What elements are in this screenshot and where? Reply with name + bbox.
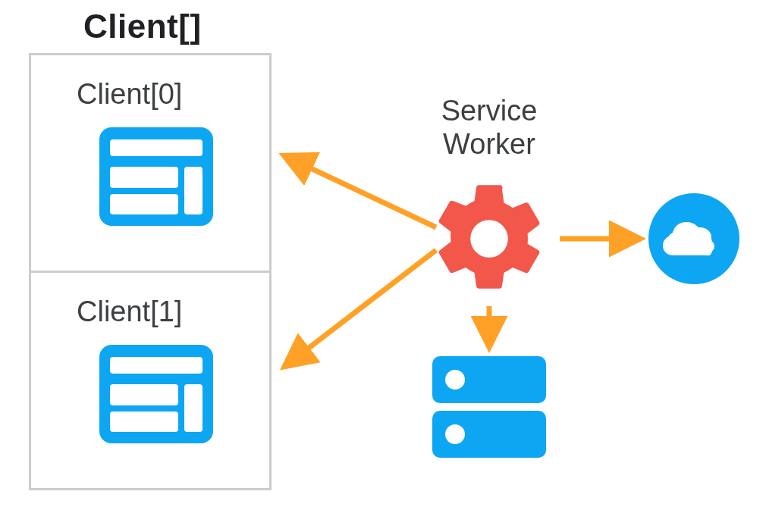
service-worker-label: Service Worker xyxy=(421,95,557,161)
svg-rect-4 xyxy=(110,194,178,214)
svg-rect-2 xyxy=(110,167,178,188)
server-icon xyxy=(432,356,546,462)
client1-label: Client[1] xyxy=(77,296,182,328)
arrow-sw-to-client1 xyxy=(288,250,436,364)
browser-icon xyxy=(99,127,213,226)
client0-label: Client[0] xyxy=(77,78,182,111)
diagram-stage: Client[] Client[0] Client[1] xyxy=(0,0,766,532)
svg-rect-7 xyxy=(110,384,178,405)
arrow-sw-to-client0 xyxy=(288,158,436,227)
svg-rect-6 xyxy=(110,357,202,374)
gear-icon xyxy=(425,174,554,303)
sw-label-line1: Service xyxy=(441,95,538,127)
svg-point-14 xyxy=(445,424,465,444)
svg-rect-3 xyxy=(184,167,202,214)
svg-rect-1 xyxy=(110,139,202,156)
cloud-icon xyxy=(648,193,739,284)
svg-rect-9 xyxy=(110,412,178,432)
client1-box: Client[1] xyxy=(29,271,272,490)
svg-rect-19 xyxy=(669,240,714,252)
svg-point-10 xyxy=(476,225,504,253)
svg-rect-8 xyxy=(184,384,202,432)
clients-title: Client[] xyxy=(83,8,202,45)
browser-icon xyxy=(99,345,213,443)
client0-box: Client[0] xyxy=(29,53,272,273)
sw-label-line2: Worker xyxy=(443,128,535,160)
svg-point-12 xyxy=(445,370,465,390)
